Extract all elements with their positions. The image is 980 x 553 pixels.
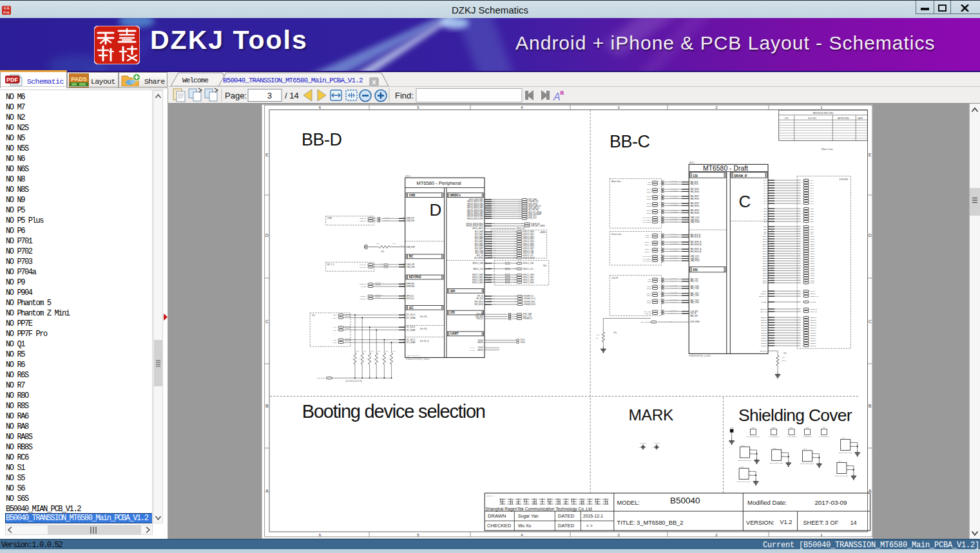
- svg-text:[19]: [19]: [798, 238, 800, 239]
- svg-text:E101: E101: [742, 445, 745, 446]
- svg-text:EDQCA_B: EDQCA_B: [811, 295, 818, 297]
- svg-text:Modified Date:: Modified Date:: [747, 499, 787, 506]
- svg-text:[44]: [44]: [798, 269, 800, 270]
- svg-text:[18]: [18]: [658, 218, 661, 220]
- svg-text:ED6: ED6: [764, 226, 767, 228]
- svg-text:R236: R236: [378, 350, 381, 351]
- svg-text:EDQS5: EDQS5: [762, 340, 767, 342]
- svg-text:Find:: Find:: [395, 91, 414, 100]
- svg-text:eMMC: eMMC: [540, 231, 546, 234]
- svg-text:ED12: ED12: [811, 241, 815, 243]
- svg-text:MSDC1_DAT2: MSDC1_DAT2: [472, 279, 484, 281]
- svg-text:MSDC1_DAT0: MSDC1_DAT0: [523, 274, 535, 276]
- svg-text:TDN2: TDN2: [647, 302, 651, 304]
- svg-text:[80]: [80]: [658, 211, 661, 212]
- svg-text:1%: 1%: [613, 332, 617, 334]
- svg-text:I2S0_WS: I2S0_WS: [476, 313, 483, 315]
- svg-text:ED1: ED1: [764, 211, 767, 212]
- svg-text:ED18: ED18: [763, 256, 767, 258]
- svg-text:CAM_PDN1: CAM_PDN1: [691, 259, 700, 262]
- svg-text:CHG_DM: CHG_DM: [360, 267, 366, 268]
- svg-text:MODEL:: MODEL:: [617, 500, 640, 506]
- svg-text:SH-MPU-D117B: SH-MPU-D117B: [769, 436, 779, 437]
- svg-text:ED28: ED28: [811, 280, 815, 282]
- svg-text:T.2C: T.2C: [392, 243, 396, 244]
- svg-text:MSDC0_DAT7: MSDC0_DAT7: [523, 247, 535, 250]
- svg-text:MC0_DAT4: MC0_DAT4: [475, 240, 484, 243]
- svg-text:ED29: ED29: [811, 282, 815, 284]
- svg-text:SH-BB-B50040: SH-BB-B50040: [803, 436, 812, 437]
- svg-text:CAM_CLK0: CAM_CLK0: [691, 216, 700, 219]
- svg-text:ED11: ED11: [771, 238, 774, 239]
- svg-text:[109]: [109]: [658, 257, 662, 258]
- svg-text:ROR: ROR: [782, 357, 785, 358]
- svg-text:CAM_PDN0: CAM_PDN0: [691, 221, 700, 223]
- svg-text:ECKE_B: ECKE_B: [811, 308, 817, 310]
- svg-text:[44]: [44]: [506, 279, 508, 281]
- svg-text:EVREF: EVREF: [762, 301, 767, 303]
- svg-text:[73]: [73]: [658, 243, 661, 244]
- svg-text:EA4: EA4: [764, 190, 767, 192]
- svg-text:EA0: EA0: [811, 180, 814, 182]
- svg-text:[95]: [95]: [798, 277, 800, 278]
- svg-text:CHG_DP: CHG_DP: [360, 264, 366, 266]
- svg-text:EDQS2: EDQS2: [811, 332, 816, 334]
- svg-text:E203: E203: [772, 427, 776, 428]
- svg-text:[41]: [41]: [798, 179, 800, 180]
- svg-text:EDQM0: EDQM0: [771, 316, 776, 317]
- svg-text:[97]: [97]: [658, 180, 661, 182]
- svg-text:BB-D: BB-D: [302, 130, 342, 149]
- svg-text:1.1A: 1.1A: [380, 265, 383, 267]
- svg-text:SD: SD: [543, 265, 546, 267]
- svg-text:CAM_PDN0: CAM_PDN0: [642, 221, 651, 223]
- svg-text:ED1: ED1: [811, 211, 814, 212]
- svg-text:SPI1_MISO: SPI1_MISO: [474, 301, 483, 303]
- svg-text:MSDC0_DAT3: MSDC0_DAT3: [523, 238, 535, 240]
- svg-text:[48]: [48]: [798, 187, 800, 188]
- svg-text:[83]: [83]: [798, 301, 800, 302]
- svg-text:ED4: ED4: [764, 218, 767, 220]
- svg-text:[99]: [99]: [798, 290, 800, 291]
- svg-text:EA9: EA9: [764, 203, 767, 205]
- svg-text:MC0_DAT1: MC0_DAT1: [475, 233, 484, 236]
- svg-text:[99]: [99]: [798, 274, 800, 276]
- svg-text:ED22: ED22: [811, 265, 815, 267]
- svg-text:Main Cam: Main Cam: [821, 148, 832, 151]
- svg-text:[14]: [14]: [381, 282, 383, 283]
- svg-text:[17]: [17]: [798, 344, 800, 346]
- svg-text:EDQCA: EDQCA: [811, 293, 816, 295]
- svg-text:1%: 1%: [381, 250, 385, 253]
- svg-text:ED15: ED15: [763, 248, 767, 250]
- svg-text:MC0_DAT3: MC0_DAT3: [475, 238, 484, 240]
- svg-text:ED6: ED6: [811, 226, 814, 228]
- svg-text:URXD2: URXD2: [477, 349, 483, 351]
- svg-text:EDQM1: EDQM1: [811, 319, 817, 321]
- svg-text:[15]: [15]: [798, 232, 800, 234]
- svg-text:MSDC1_CMD: MSDC1_CMD: [473, 262, 484, 265]
- svg-text:EDQS1: EDQS1: [771, 329, 776, 330]
- svg-text:ED26: ED26: [811, 275, 815, 277]
- svg-text:RCN_A: RCN_A: [646, 236, 651, 238]
- svg-text:ED15: ED15: [771, 247, 774, 248]
- svg-text:ED5: ED5: [764, 221, 767, 223]
- svg-text:RCN: RCN: [648, 183, 651, 185]
- svg-text:EA1: EA1: [764, 182, 767, 184]
- svg-text:MSDC0_DAT2: MSDC0_DAT2: [523, 236, 535, 238]
- svg-text:ED23: ED23: [771, 267, 774, 268]
- svg-text:PAD_RDN1_A: PAD_RDN1_A: [691, 250, 702, 253]
- svg-text:PAD_TDN1: PAD_TDN1: [691, 294, 700, 297]
- svg-text:1.1A: 1.1A: [380, 263, 383, 264]
- svg-text:PAD_VRT: PAD_VRT: [691, 315, 698, 317]
- svg-text:2015-12-1: 2015-12-1: [583, 514, 603, 518]
- svg-text:EA6: EA6: [811, 195, 814, 197]
- svg-text:CAM_CLK1: CAM_CLK1: [691, 255, 700, 258]
- svg-text:CHG_DM: CHG_DM: [407, 266, 416, 268]
- svg-text:ED9: ED9: [811, 233, 814, 235]
- svg-text:USB_DP: USB_DP: [360, 218, 366, 220]
- svg-text:KEYPAD: KEYPAD: [409, 276, 421, 279]
- svg-text:1: 1: [820, 105, 823, 109]
- svg-text:EA8: EA8: [811, 200, 814, 202]
- svg-text:[34]: [34]: [658, 202, 661, 203]
- svg-text:MSDC0_DAT0: MSDC0_DAT0: [523, 230, 535, 233]
- svg-text:4: 4: [521, 532, 523, 537]
